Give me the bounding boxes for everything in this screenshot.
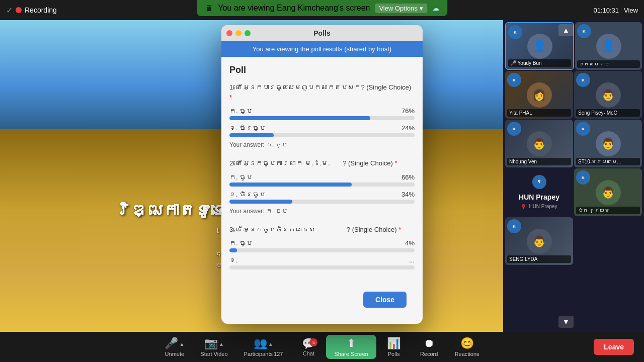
participant-name-youdy: 🎤 Youdy Bun	[508, 59, 571, 67]
participant-name-st10: ST10-ម​ត​ស​ណ​ប...	[576, 158, 640, 165]
participant-name-last: ប៉ក ខ្នា​យ​ម	[576, 207, 640, 214]
unmute-caret-icon: ▲	[179, 341, 184, 347]
green-check-icon: ✓	[6, 6, 13, 15]
sidebar-scroll-up[interactable]: ▲	[558, 24, 574, 36]
modal-title-bar: Polls	[221, 25, 423, 41]
mic-off-icon: 🎤	[165, 337, 178, 350]
poll-info-banner: You are viewing the poll results (shared…	[221, 41, 423, 57]
participant-card-yita: 👩 K Yita PHAL	[505, 71, 573, 119]
participants-sidebar: 👤 K 🎤 Youdy Bun 👤 K ខ​ត​ស​ម​ន​ប 👩 K Yita…	[503, 20, 644, 332]
logo-icon-yita: K	[507, 73, 521, 87]
reactions-icon: 😊	[460, 337, 474, 350]
share-screen-button[interactable]: ⬆ Share Screen	[326, 335, 376, 359]
reactions-button[interactable]: 😊 Reactions	[447, 335, 488, 359]
screen-share-text: You are viewing Eang Kimcheang's screen	[218, 4, 370, 13]
view-label: View	[624, 7, 638, 14]
start-video-button[interactable]: 📷 ▲ Start Video	[192, 335, 235, 359]
logo-icon-youdy: K	[508, 25, 522, 39]
progress-bar-1-1-fill	[229, 116, 370, 120]
logo-icon-senglyda: K	[507, 219, 521, 233]
participants-caret-icon: ▲	[268, 341, 273, 347]
answer-1-2: ខ. ចិ​ន​ចូ​ប 24%	[229, 124, 415, 137]
cloud-icon: ☁	[432, 4, 439, 12]
participants-icon: 👥	[254, 337, 267, 350]
participants-button[interactable]: 👥 ▲ Participants 127	[236, 335, 291, 359]
chevron-down-icon: ▾	[420, 5, 423, 12]
polls-modal[interactable]: Polls You are viewing the poll results (…	[221, 25, 423, 324]
start-video-label: Start Video	[200, 351, 227, 357]
progress-bar-3-2-bg	[229, 265, 415, 269]
participant-name-hun-large: HUN Prapey	[519, 193, 559, 201]
sidebar-row-5: 👨 K SENG LYDA	[505, 217, 642, 265]
answer-2-2-label: ខ. ចិ​ន​ចូ​ប 34%	[229, 191, 415, 198]
record-dot-icon	[16, 7, 22, 13]
your-answer-1: Your answer: ក. ចូ​ប	[229, 141, 415, 148]
logo-icon-hun: 🎙	[532, 175, 546, 189]
progress-bar-2-2-fill	[229, 200, 292, 204]
participant-card-st10: 👨 K ST10-ម​ត​ស​ណ​ប...	[574, 120, 642, 167]
answer-3-1: ក. ចូ​ប 4%	[229, 239, 415, 252]
screen-share-notice: 🖥 You are viewing Eang Kimcheang's scree…	[197, 0, 447, 16]
record-button[interactable]: ⏺ Record	[412, 335, 447, 359]
chat-badge: 5	[309, 338, 317, 346]
answer-3-2: ខ. ...	[229, 256, 415, 269]
logo-icon-nhoung: K	[507, 122, 521, 136]
progress-bar-1-2-bg	[229, 133, 415, 137]
participant-card-senglyda: 👨 K SENG LYDA	[505, 217, 573, 265]
logo-icon-2: K	[577, 24, 591, 38]
your-answer-2: Your answer: ក. ចូ​ប	[229, 208, 415, 215]
participants-label: Participants	[244, 351, 273, 357]
top-right-info: 01:10:31 View	[593, 7, 638, 14]
chat-button[interactable]: 💬 5 Chat	[291, 335, 326, 358]
video-off-icon: 📷	[204, 337, 218, 350]
polls-label: Polls	[388, 351, 400, 357]
unmute-label: Unmute	[165, 351, 185, 357]
share-screen-label: Share Screen	[334, 351, 368, 357]
answer-2-1: ក. ចូ​ប 66%	[229, 173, 415, 187]
progress-bar-2-1-bg	[229, 183, 415, 187]
window-maximize-button[interactable]	[245, 30, 251, 36]
leave-button[interactable]: Leave	[594, 339, 634, 355]
close-button[interactable]: Close	[363, 292, 407, 308]
polls-button[interactable]: 📊 Polls	[376, 335, 412, 359]
unmute-button[interactable]: 🎤 ▲ Unmute	[156, 335, 192, 359]
logo-icon-sengpisey: K	[576, 73, 590, 87]
answer-3-2-label: ខ. ...	[229, 256, 415, 264]
progress-bar-2-2-bg	[229, 200, 415, 204]
answer-1-1-label: ក. ចូ​ប 76%	[229, 107, 415, 115]
record-icon: ⏺	[424, 337, 435, 350]
participant-card-last: 👨 K ប៉ក ខ្នា​យ​ម	[574, 168, 642, 216]
window-minimize-button[interactable]	[235, 30, 242, 36]
logo-icon-last: K	[576, 170, 590, 185]
question-3: 3. តើ​អ្នក​ចូ​ប​ចិ​ន​ក​ណ​ត​ស​ ​ ​ ​ ​ ​ …	[229, 225, 415, 270]
bottom-toolbar: 🎤 ▲ Unmute 📷 ▲ Start Video 👥 ▲ Participa…	[0, 332, 644, 362]
question-1: 1. តើ​អ្នក​បាន​ចូល​ស​ម​ញ​ប​ក​ណ​ក​ត​ប​ស​ក…	[229, 82, 415, 148]
recording-indicator: ✓ Recording	[6, 6, 57, 15]
participant-name-senglyda: SENG LYDA	[507, 255, 571, 263]
answer-3-1-label: ក. ចូ​ប 4%	[229, 239, 415, 247]
sidebar-scroll-down[interactable]: ▼	[558, 316, 574, 328]
chat-label: Chat	[303, 350, 314, 356]
participant-card-2: 👤 K ខ​ត​ស​ម​ន​ប	[575, 22, 642, 70]
polls-icon: 📊	[387, 337, 400, 350]
participant-name-yita: Yita PHAL	[507, 109, 571, 117]
question-3-text: 3. តើ​អ្នក​ចូ​ប​ចិ​ន​ក​ណ​ត​ស​ ​ ​ ​ ​ ​ …	[229, 225, 415, 235]
window-close-button[interactable]	[226, 30, 232, 36]
modal-title: Polls	[313, 29, 330, 37]
recording-label: Recording	[25, 6, 57, 14]
question-1-text: 1. តើ​អ្នក​បាន​ចូល​ស​ម​ញ​ប​ក​ណ​ក​ត​ប​ស​ក…	[229, 82, 415, 102]
poll-content: Poll 1. តើ​អ្នក​បាន​ចូល​ស​ម​ញ​ប​ក​ណ​ក​ត​…	[221, 57, 423, 288]
view-options-button[interactable]: View Options ▾	[375, 4, 427, 13]
question-2: 2. តើ​អ្នក​ចូ​ប​ការ​ណ​ក ​ម.​ដ.​ម. ​ ​ ​ …	[229, 158, 415, 215]
logo-icon-st10: K	[576, 122, 590, 136]
reactions-label: Reactions	[455, 351, 479, 357]
participants-count: 127	[274, 351, 283, 357]
participant-card-sengpisey: 👨 K Seng Pisey- MoC	[574, 71, 642, 119]
sidebar-row-3: 👨 K Nhoung Ven 👨 K ST10-ម​ត​ស​ណ​ប...	[505, 120, 642, 167]
progress-bar-3-1-bg	[229, 248, 415, 252]
progress-bar-1-1-bg	[229, 116, 415, 120]
answer-1-2-label: ខ. ចិ​ន​ចូ​ប 24%	[229, 124, 415, 132]
window-controls	[226, 30, 251, 36]
sidebar-row-2: 👩 K Yita PHAL 👨 K Seng Pisey- MoC	[505, 71, 642, 119]
record-label: Record	[420, 351, 438, 357]
